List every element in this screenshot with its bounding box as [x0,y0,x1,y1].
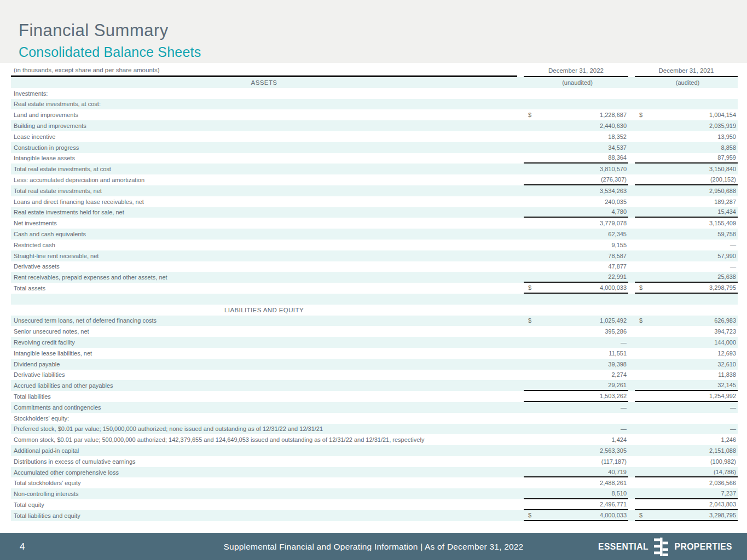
cell-value: (100,982) [639,458,736,465]
table-row: Stockholders' equity: [11,413,738,424]
value-cell: 47,877 [524,261,628,272]
spacer-row [11,294,738,305]
value-cell: 11,838 [635,370,738,381]
cell-value: 395,286 [528,328,627,335]
table-row: Accumulated other comprehensive loss40,7… [11,467,738,478]
row-label: Revolving credit facility [11,337,517,348]
value-cell: 59,758 [635,229,738,240]
cell-value: 4,000,033 [531,284,627,291]
value-cell: (unaudited) [524,77,628,88]
value-cell [635,413,738,424]
row-label: Derivative assets [11,261,517,272]
cell-value: 59,758 [639,231,736,237]
value-cell: 144,000 [635,337,738,348]
value-cell: 12,693 [635,348,738,359]
row-label: Restricted cash [11,240,517,250]
value-cell: 32,610 [635,359,738,370]
value-cell: 25,638 [635,272,738,283]
value-cell: $3,298,795 [635,283,738,294]
value-cell [524,88,628,99]
value-cell: $1,004,154 [635,109,738,120]
value-cell: $1,228,687 [524,109,628,120]
value-cell: 34,537 [524,142,628,153]
row-label: Straight-line rent receivable, net [11,250,517,261]
value-cell: $1,025,492 [524,316,628,326]
balance-sheet-rows: ASSETS(unaudited)(audited)Investments:Re… [11,77,738,521]
row-label: Total liabilities [11,391,517,402]
cell-value: 2,488,261 [528,480,627,486]
cell-value: — [639,404,736,411]
value-cell: 3,779,078 [524,218,628,229]
value-cell: (200,152) [635,174,738,185]
value-cell: $4,000,033 [524,510,628,521]
table-row: Rent receivables, prepaid expenses and o… [11,272,738,283]
value-cell [635,88,738,99]
cell-value: 3,534,263 [528,188,627,194]
value-cell: 13,950 [635,131,738,142]
table-row: Preferred stock, $0.01 par value; 150,00… [11,424,738,435]
row-label: Total liabilities and equity [11,510,517,521]
value-cell: 2,440,630 [524,120,628,131]
row-label: Net investments [11,218,517,229]
cell-value: 2,151,088 [639,447,736,454]
value-cell [635,99,738,110]
value-cell: 2,488,261 [524,477,628,488]
value-cell: (100,982) [635,456,738,467]
value-cell: (audited) [635,77,738,88]
cell-value: (200,152) [639,176,736,183]
row-label [11,294,517,305]
units-note: (in thousands, except share and per shar… [11,67,517,77]
table-header-row: (in thousands, except share and per shar… [11,65,738,77]
company-logo: ESSENTIAL PROPERTIES [596,533,736,560]
value-cell [524,294,628,305]
cell-value: 40,719 [528,469,627,475]
value-cell: (117,187) [524,456,628,467]
cell-value: 4,780 [528,208,627,215]
cell-value: 32,610 [639,361,736,368]
column-header-2022: December 31, 2022 [524,67,628,77]
value-cell: $626,983 [635,316,738,326]
value-cell: 11,551 [524,348,628,359]
cell-value: 22,991 [528,273,627,280]
row-label: Land and improvements [11,109,517,120]
row-label: ASSETS [11,77,517,88]
table-row: Real estate investments held for sale, n… [11,207,738,218]
table-row: Intangible lease liabilities, net11,5511… [11,348,738,359]
cell-value: 8,858 [639,144,736,151]
row-label: Derivative liabilities [11,370,517,381]
table-row: Land and improvements$1,228,687$1,004,15… [11,109,738,120]
row-label: Accumulated other comprehensive loss [11,467,517,478]
value-cell: (14,786) [635,467,738,478]
cell-value: 1,025,492 [531,317,627,324]
value-cell: 29,261 [524,380,628,391]
cell-value: 626,983 [642,317,736,324]
cell-value: (audited) [639,79,736,86]
value-cell: 2,035,919 [635,120,738,131]
cell-value: 2,043,803 [639,501,736,508]
value-cell: 2,950,688 [635,185,738,196]
value-cell [524,413,628,424]
cell-value: 1,004,154 [642,112,736,118]
row-label: Investments: [11,88,517,99]
table-row: Real estate investments, at cost: [11,99,738,110]
cell-value: 1,424 [528,436,627,443]
table-row: Intangible lease assets88,36487,959 [11,153,738,164]
cell-value: 32,145 [639,382,736,388]
cell-value: (276,307) [528,176,627,183]
cell-value: — [639,425,736,432]
cell-value: 29,261 [528,382,627,388]
value-cell: 4,780 [524,207,628,218]
balance-sheet-table: (in thousands, except share and per shar… [11,65,738,521]
row-label: Total equity [11,499,517,510]
row-label: Total real estate investments, net [11,185,517,196]
cell-value: 2,563,305 [528,447,627,454]
value-cell: 1,424 [524,434,628,445]
row-label: Senior unsecured notes, net [11,326,517,337]
cell-value: — [639,263,736,270]
table-row: Cash and cash equivalents62,34559,758 [11,229,738,240]
value-cell [524,305,628,316]
cell-value: (14,786) [639,469,736,475]
value-cell: — [524,424,628,435]
row-label: Preferred stock, $0.01 par value; 150,00… [11,424,517,435]
table-row: Net investments3,779,0783,155,409 [11,218,738,229]
